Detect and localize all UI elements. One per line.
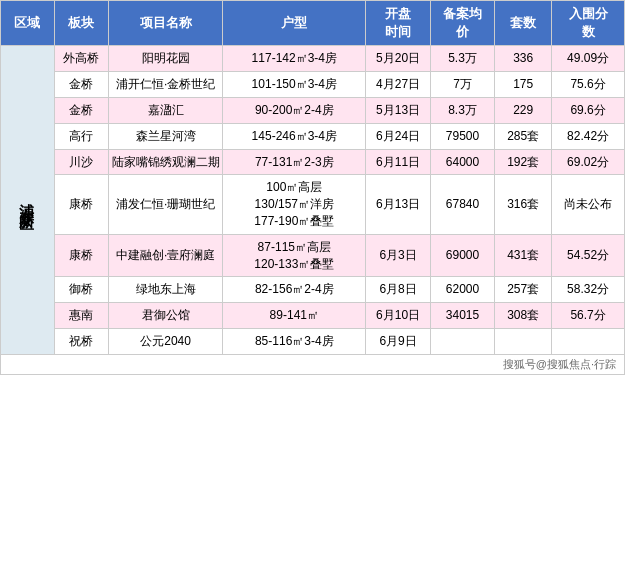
project-name-cell: 森兰星河湾 <box>108 123 222 149</box>
project-name-cell: 中建融创·壹府澜庭 <box>108 234 222 277</box>
date-cell: 6月11日 <box>366 149 430 175</box>
footer-credit: 搜狐号@搜狐焦点·行踪 <box>1 354 625 374</box>
score-cell: 49.09分 <box>552 46 625 72</box>
price-cell: 64000 <box>430 149 494 175</box>
table-row: 金桥嘉溋汇90-200㎡2-4房5月13日8.3万22969.6分 <box>1 97 625 123</box>
table-row: 康桥中建融创·壹府澜庭87-115㎡高层 120-133㎡叠墅6月3日69000… <box>1 234 625 277</box>
type-cell: 145-246㎡3-4房 <box>223 123 366 149</box>
date-cell: 5月20日 <box>366 46 430 72</box>
price-cell: 34015 <box>430 303 494 329</box>
count-cell: 431套 <box>495 234 552 277</box>
count-cell: 229 <box>495 97 552 123</box>
header-region: 区域 <box>1 1 55 46</box>
date-cell: 6月13日 <box>366 175 430 234</box>
project-name-cell: 浦发仁恒·珊瑚世纪 <box>108 175 222 234</box>
header-row: 区域 板块 项目名称 户型 开盘时间 备案均价 套数 入围分数 <box>1 1 625 46</box>
count-cell: 336 <box>495 46 552 72</box>
table-row: 金桥浦开仁恒·金桥世纪101-150㎡3-4房4月27日7万17575.6分 <box>1 72 625 98</box>
score-cell <box>552 328 625 354</box>
date-cell: 6月10日 <box>366 303 430 329</box>
type-cell: 117-142㎡3-4房 <box>223 46 366 72</box>
price-cell <box>430 328 494 354</box>
block-cell: 康桥 <box>54 175 108 234</box>
count-cell: 316套 <box>495 175 552 234</box>
block-cell: 御桥 <box>54 277 108 303</box>
date-cell: 4月27日 <box>366 72 430 98</box>
count-cell: 175 <box>495 72 552 98</box>
type-cell: 90-200㎡2-4房 <box>223 97 366 123</box>
table-row: 祝桥公元204085-116㎡3-4房6月9日 <box>1 328 625 354</box>
table-row: 康桥浦发仁恒·珊瑚世纪100㎡高层 130/157㎡洋房 177-190㎡叠墅6… <box>1 175 625 234</box>
project-name-cell: 嘉溋汇 <box>108 97 222 123</box>
block-cell: 川沙 <box>54 149 108 175</box>
main-table-container: 区域 板块 项目名称 户型 开盘时间 备案均价 套数 入围分数 浦东新区外高桥阳… <box>0 0 625 375</box>
count-cell: 308套 <box>495 303 552 329</box>
price-cell: 79500 <box>430 123 494 149</box>
block-cell: 金桥 <box>54 97 108 123</box>
date-cell: 6月24日 <box>366 123 430 149</box>
count-cell: 285套 <box>495 123 552 149</box>
table-row: 御桥绿地东上海82-156㎡2-4房6月8日62000257套58.32分 <box>1 277 625 303</box>
type-cell: 82-156㎡2-4房 <box>223 277 366 303</box>
type-cell: 77-131㎡2-3房 <box>223 149 366 175</box>
project-name-cell: 陆家嘴锦绣观澜二期 <box>108 149 222 175</box>
score-cell: 尚未公布 <box>552 175 625 234</box>
block-cell: 高行 <box>54 123 108 149</box>
score-cell: 82.42分 <box>552 123 625 149</box>
block-cell: 祝桥 <box>54 328 108 354</box>
date-cell: 6月8日 <box>366 277 430 303</box>
project-name-cell: 绿地东上海 <box>108 277 222 303</box>
type-cell: 89-141㎡ <box>223 303 366 329</box>
header-price: 备案均价 <box>430 1 494 46</box>
header-date: 开盘时间 <box>366 1 430 46</box>
price-cell: 8.3万 <box>430 97 494 123</box>
type-cell: 101-150㎡3-4房 <box>223 72 366 98</box>
price-cell: 69000 <box>430 234 494 277</box>
table-row: 川沙陆家嘴锦绣观澜二期77-131㎡2-3房6月11日64000192套69.0… <box>1 149 625 175</box>
count-cell <box>495 328 552 354</box>
block-cell: 外高桥 <box>54 46 108 72</box>
count-cell: 257套 <box>495 277 552 303</box>
date-cell: 6月9日 <box>366 328 430 354</box>
header-type: 户型 <box>223 1 366 46</box>
header-count: 套数 <box>495 1 552 46</box>
block-cell: 康桥 <box>54 234 108 277</box>
type-cell: 100㎡高层 130/157㎡洋房 177-190㎡叠墅 <box>223 175 366 234</box>
region-cell: 浦东新区 <box>1 46 55 354</box>
score-cell: 75.6分 <box>552 72 625 98</box>
data-table: 区域 板块 项目名称 户型 开盘时间 备案均价 套数 入围分数 浦东新区外高桥阳… <box>0 0 625 375</box>
table-row: 浦东新区外高桥阳明花园117-142㎡3-4房5月20日5.3万33649.09… <box>1 46 625 72</box>
project-name-cell: 阳明花园 <box>108 46 222 72</box>
block-cell: 金桥 <box>54 72 108 98</box>
table-row: 惠南君御公馆89-141㎡6月10日34015308套56.7分 <box>1 303 625 329</box>
count-cell: 192套 <box>495 149 552 175</box>
score-cell: 69.02分 <box>552 149 625 175</box>
score-cell: 54.52分 <box>552 234 625 277</box>
price-cell: 7万 <box>430 72 494 98</box>
block-cell: 惠南 <box>54 303 108 329</box>
price-cell: 62000 <box>430 277 494 303</box>
project-name-cell: 公元2040 <box>108 328 222 354</box>
type-cell: 87-115㎡高层 120-133㎡叠墅 <box>223 234 366 277</box>
table-row: 高行森兰星河湾145-246㎡3-4房6月24日79500285套82.42分 <box>1 123 625 149</box>
project-name-cell: 浦开仁恒·金桥世纪 <box>108 72 222 98</box>
date-cell: 5月13日 <box>366 97 430 123</box>
header-block: 板块 <box>54 1 108 46</box>
score-cell: 56.7分 <box>552 303 625 329</box>
header-score: 入围分数 <box>552 1 625 46</box>
type-cell: 85-116㎡3-4房 <box>223 328 366 354</box>
score-cell: 69.6分 <box>552 97 625 123</box>
price-cell: 5.3万 <box>430 46 494 72</box>
score-cell: 58.32分 <box>552 277 625 303</box>
price-cell: 67840 <box>430 175 494 234</box>
header-name: 项目名称 <box>108 1 222 46</box>
footer-row: 搜狐号@搜狐焦点·行踪 <box>1 354 625 374</box>
project-name-cell: 君御公馆 <box>108 303 222 329</box>
date-cell: 6月3日 <box>366 234 430 277</box>
